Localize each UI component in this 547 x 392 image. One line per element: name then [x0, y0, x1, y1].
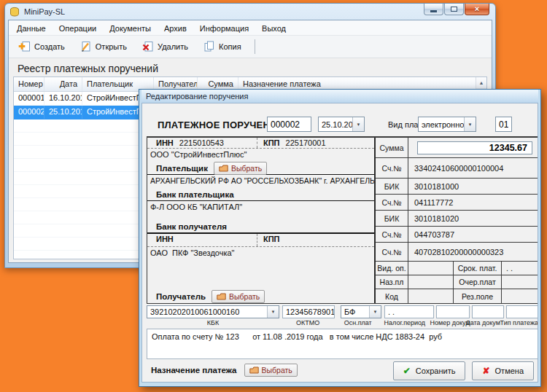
main-titlebar[interactable]: MiniPay-SL ×	[8, 4, 492, 20]
pay-term-value[interactable]: . .	[502, 262, 538, 275]
amount-input[interactable]	[417, 141, 532, 154]
tax-period-input[interactable]: . .	[384, 305, 434, 318]
op-kind-value[interactable]	[408, 262, 454, 275]
chevron-down-icon[interactable]: ▼	[464, 117, 476, 131]
tax-fields-row: 39210202010061000160 ▼ 12345678901 БФ ▼ …	[147, 305, 538, 318]
delete-button[interactable]: Удалить	[135, 38, 195, 55]
bik-row: БИК 3010181000	[376, 179, 538, 195]
payer-bank-account-value[interactable]: 041117772	[408, 195, 538, 210]
ops-row: Наз.пл Очер.плат	[376, 275, 538, 289]
payee-inn-row: ИНН КПП	[147, 234, 374, 247]
menu-operacii[interactable]: Операции	[53, 22, 103, 34]
amount-label: Сумма	[376, 138, 408, 157]
create-button[interactable]: Создать	[12, 38, 71, 55]
kbk-combo[interactable]: 39210202010061000160 ▼	[147, 305, 279, 318]
purpose-section: Назначение платежа Выбрать	[151, 364, 298, 377]
account-row: Сч.№ 041117772	[376, 195, 538, 211]
account-label: Сч.№	[376, 195, 408, 210]
code-value[interactable]	[408, 289, 454, 303]
payer-section: Плательщик Выбрать	[147, 162, 374, 175]
pay-purpose-code-value[interactable]	[408, 275, 454, 289]
reserve-field-value[interactable]	[502, 289, 538, 303]
bik-label: БИК	[376, 179, 408, 194]
doc-number-input[interactable]	[436, 305, 470, 318]
toolbar-separator	[255, 39, 255, 54]
ops-row: Код Рез.поле	[376, 289, 538, 303]
payer-account-value[interactable]: 33402410600000100004	[408, 158, 538, 178]
chevron-down-icon[interactable]: ▼	[352, 117, 364, 131]
cell-number: 000002	[14, 106, 44, 119]
edit-dialog: Редактирование поручения ПЛАТЕЖНОЕ ПОРУЧ…	[139, 89, 541, 387]
cancel-button[interactable]: ✘ Отмена	[472, 361, 534, 380]
dialog-buttons: ✔ Сохранить ✘ Отмена	[393, 361, 534, 380]
scroll-up-icon[interactable]: ▲	[476, 77, 486, 89]
pay-term-label: Срок. плат.	[454, 262, 502, 275]
doc-date-label: Дата докум	[466, 319, 500, 326]
payer-kpp-value[interactable]: 225170001	[286, 138, 326, 148]
close-button[interactable]: ×	[465, 4, 489, 15]
open-button[interactable]: Открыть	[73, 38, 133, 55]
oktmo-input[interactable]: 12345678901	[282, 305, 335, 318]
pay-type-input[interactable]	[506, 305, 538, 318]
pay-order-label: Очер.плат	[454, 275, 502, 289]
form-left-spacer	[147, 260, 374, 290]
chevron-down-icon[interactable]: ▼	[267, 306, 279, 318]
choose-icon	[219, 165, 228, 172]
pay-order-value[interactable]	[502, 275, 538, 289]
reserve-field-label: Рез.поле	[454, 289, 502, 303]
chevron-down-icon[interactable]: ▼	[369, 306, 381, 318]
registry-title: Реестр платежных поручений	[9, 58, 492, 77]
kbk-label: КБК	[147, 319, 279, 326]
menu-informaciya[interactable]: Информация	[193, 22, 255, 34]
code-label: Код	[376, 289, 408, 303]
menu-dannye[interactable]: Данные	[10, 22, 53, 34]
purpose-textarea[interactable]: Оплата по счету № 123 от 11.08 .2019 год…	[147, 329, 538, 359]
purpose-section-label: Назначение платежа	[151, 366, 237, 375]
col-date[interactable]: Дата	[44, 77, 82, 91]
dialog-titlebar[interactable]: Редактирование поручения	[141, 90, 538, 103]
account-label: Сч.№	[376, 227, 408, 242]
doc-date-input[interactable]	[472, 305, 504, 318]
payer-bank-section: Банк плательщика	[147, 188, 374, 201]
kpp-label: КПП	[263, 235, 280, 246]
menu-arhiv[interactable]: Архив	[158, 22, 193, 34]
payer-bank-section-label: Банк плательщика	[156, 190, 234, 199]
choose-purpose-button[interactable]: Выбрать	[244, 364, 298, 377]
inn-label: ИНН	[156, 138, 174, 148]
col-number[interactable]: Номер	[14, 77, 44, 91]
account-row: Сч.№ 40702810200000000323	[376, 243, 538, 262]
osn-plat-combo[interactable]: БФ ▼	[341, 305, 381, 318]
payee-account-value[interactable]: 40702810200000000323	[408, 243, 538, 261]
cell-number: 000001	[14, 92, 44, 105]
payer-bank-name[interactable]: АРХАНГЕЛЬСКИЙ РФ АО "РОССЕЛЬХОЗБАНК" г. …	[147, 175, 374, 188]
payee-bank-bik-value[interactable]: 3010181020	[408, 211, 538, 226]
save-button[interactable]: ✔ Сохранить	[393, 361, 466, 380]
choose-payer-button[interactable]: Выбрать	[214, 162, 267, 175]
payee-name[interactable]: ОАО ПКФ "Звездочка"	[147, 247, 374, 260]
payee-bank-name[interactable]: Ф-Л ООО КБ "КАПИТАЛ"	[147, 201, 374, 215]
payee-section-label: Получатель	[156, 292, 206, 301]
payer-name[interactable]: ООО "СтройИнвестПлюс"	[147, 149, 374, 162]
payee-section: Получатель Выбрать	[147, 290, 374, 303]
account-label: Сч.№	[376, 243, 408, 261]
choose-payee-button[interactable]: Выбрать	[212, 290, 265, 303]
cancel-x-icon: ✘	[482, 366, 489, 376]
tax-period-label: Налог.период	[379, 319, 430, 326]
order-number-input[interactable]	[267, 117, 311, 132]
window-controls: ×	[424, 4, 489, 15]
payer-inn-value[interactable]: 2215010543	[179, 138, 224, 148]
payment-kind-combo[interactable]: электронно ▼	[418, 117, 476, 132]
menu-vyhod[interactable]: Выход	[255, 22, 292, 34]
payer-section-label: Плательщик	[156, 164, 208, 173]
payee-bank-account-value[interactable]: 044703787	[408, 227, 538, 242]
payer-bank-bik-value[interactable]: 3010181000	[408, 179, 538, 194]
menu-dokumenty[interactable]: Документы	[103, 22, 158, 34]
copy-button[interactable]: Копия	[196, 38, 248, 55]
bik-label: БИК	[376, 211, 408, 226]
maximize-button[interactable]	[444, 4, 464, 15]
order-date-combo[interactable]: 25.10.2019 ▼	[318, 117, 365, 132]
status-code-input[interactable]	[495, 117, 512, 132]
doc-number-label: Номер докум	[430, 319, 466, 326]
minimize-button[interactable]	[424, 4, 443, 15]
checkmark-icon: ✔	[403, 366, 411, 376]
